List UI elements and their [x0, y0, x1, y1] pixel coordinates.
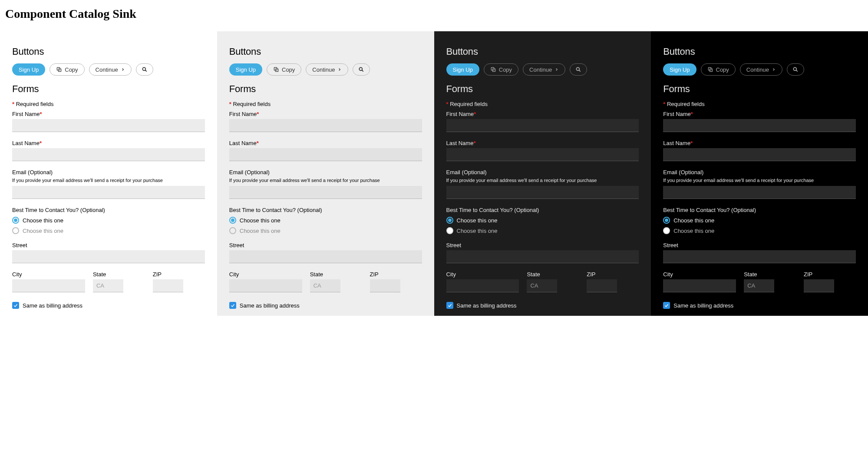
same-billing-label: Same as billing address [673, 302, 733, 309]
copy-button[interactable]: Copy [267, 63, 301, 76]
state-label: State [310, 271, 362, 278]
search-icon [142, 66, 148, 73]
required-asterisk: * [12, 101, 14, 107]
email-input[interactable] [663, 186, 856, 199]
last-name-label: Last Name* [229, 140, 422, 146]
email-input[interactable] [12, 186, 205, 199]
svg-point-6 [360, 67, 363, 70]
state-label: State [527, 271, 579, 278]
same-billing-checkbox[interactable]: Same as billing address [446, 302, 639, 309]
radio-option-1-label: Choose this one [673, 217, 714, 224]
city-label: City [229, 271, 302, 278]
radio-option-1[interactable]: Choose this one [663, 217, 856, 224]
state-input[interactable] [310, 279, 340, 292]
zip-input[interactable] [804, 279, 834, 292]
email-input[interactable] [229, 186, 422, 199]
copy-button-label: Copy [65, 66, 78, 73]
city-input[interactable] [446, 279, 519, 292]
last-name-input[interactable] [229, 148, 422, 161]
search-button[interactable] [570, 63, 587, 76]
email-input[interactable] [446, 186, 639, 199]
first-name-input[interactable] [446, 119, 639, 132]
radio-dot-checked-icon [12, 217, 19, 224]
section-heading-buttons: Buttons [446, 46, 639, 57]
theme-grid: Buttons Sign Up Copy Continue Forms * Re… [0, 31, 868, 316]
copy-icon [707, 66, 713, 73]
copy-button-label: Copy [716, 66, 729, 73]
search-icon [575, 66, 581, 73]
zip-input[interactable] [153, 279, 183, 292]
state-input[interactable] [527, 279, 557, 292]
chevron-right-icon [772, 67, 776, 72]
state-input[interactable] [93, 279, 123, 292]
required-fields-note: * Required fields [12, 101, 205, 107]
continue-button[interactable]: Continue [89, 63, 132, 76]
city-input[interactable] [12, 279, 85, 292]
theme-panel-gray: Buttons Sign Up Copy Continue Forms * Re… [217, 31, 434, 316]
radio-option-2[interactable]: Choose this one [229, 227, 422, 234]
city-label: City [663, 271, 736, 278]
street-input[interactable] [663, 250, 856, 263]
street-input[interactable] [446, 250, 639, 263]
radio-option-1[interactable]: Choose this one [229, 217, 422, 224]
chevron-right-icon [337, 67, 342, 72]
copy-button[interactable]: Copy [701, 63, 736, 76]
checkbox-checked-icon [446, 302, 453, 309]
same-billing-checkbox[interactable]: Same as billing address [12, 302, 205, 309]
first-name-input[interactable] [229, 119, 422, 132]
signup-button[interactable]: Sign Up [663, 63, 696, 76]
required-asterisk: * [229, 101, 231, 107]
radio-option-2[interactable]: Choose this one [663, 227, 856, 234]
copy-button[interactable]: Copy [50, 63, 84, 76]
search-button[interactable] [353, 63, 370, 76]
contact-time-label: Best Time to Contact You? (Optional) [663, 207, 856, 213]
radio-option-1[interactable]: Choose this one [12, 217, 205, 224]
zip-input[interactable] [587, 279, 617, 292]
same-billing-checkbox[interactable]: Same as billing address [229, 302, 422, 309]
street-input[interactable] [229, 250, 422, 263]
state-input[interactable] [744, 279, 774, 292]
signup-button[interactable]: Sign Up [229, 63, 262, 76]
last-name-input[interactable] [446, 148, 639, 161]
required-asterisk: * [446, 101, 449, 107]
radio-option-2-label: Choose this one [240, 228, 281, 234]
continue-button[interactable]: Continue [740, 63, 782, 76]
theme-panel-dark: Buttons Sign Up Copy Continue Forms * Re… [434, 31, 651, 316]
copy-button-label: Copy [499, 66, 512, 73]
radio-option-1-label: Choose this one [457, 217, 498, 224]
required-fields-note: * Required fields [446, 101, 639, 107]
last-name-input[interactable] [663, 148, 856, 161]
required-fields-label: Required fields [667, 101, 705, 107]
continue-button[interactable]: Continue [306, 63, 348, 76]
radio-option-2[interactable]: Choose this one [12, 227, 205, 234]
signup-button[interactable]: Sign Up [12, 63, 45, 76]
first-name-label: First Name* [663, 111, 856, 117]
first-name-input[interactable] [12, 119, 205, 132]
same-billing-checkbox[interactable]: Same as billing address [663, 302, 856, 309]
signup-button[interactable]: Sign Up [446, 63, 479, 76]
zip-label: ZIP [804, 271, 856, 278]
radio-option-1[interactable]: Choose this one [446, 217, 639, 224]
email-label: Email (Optional) [663, 169, 856, 175]
search-button[interactable] [787, 63, 804, 76]
city-input[interactable] [663, 279, 736, 292]
search-icon [358, 66, 364, 73]
contact-time-radiogroup: Choose this one Choose this one [446, 217, 639, 234]
street-label: Street [229, 242, 422, 248]
checkbox-checked-icon [663, 302, 670, 309]
last-name-input[interactable] [12, 148, 205, 161]
email-label: Email (Optional) [12, 169, 205, 175]
copy-button[interactable]: Copy [484, 63, 518, 76]
radio-option-2[interactable]: Choose this one [446, 227, 639, 234]
first-name-input[interactable] [663, 119, 856, 132]
street-input[interactable] [12, 250, 205, 263]
zip-input[interactable] [370, 279, 400, 292]
search-button[interactable] [136, 63, 153, 76]
section-heading-buttons: Buttons [663, 46, 856, 57]
city-input[interactable] [229, 279, 302, 292]
first-name-label: First Name* [229, 111, 422, 117]
radio-dot-checked-icon [446, 217, 453, 224]
radio-option-1-label: Choose this one [23, 217, 63, 224]
city-label: City [12, 271, 85, 278]
continue-button[interactable]: Continue [523, 63, 565, 76]
